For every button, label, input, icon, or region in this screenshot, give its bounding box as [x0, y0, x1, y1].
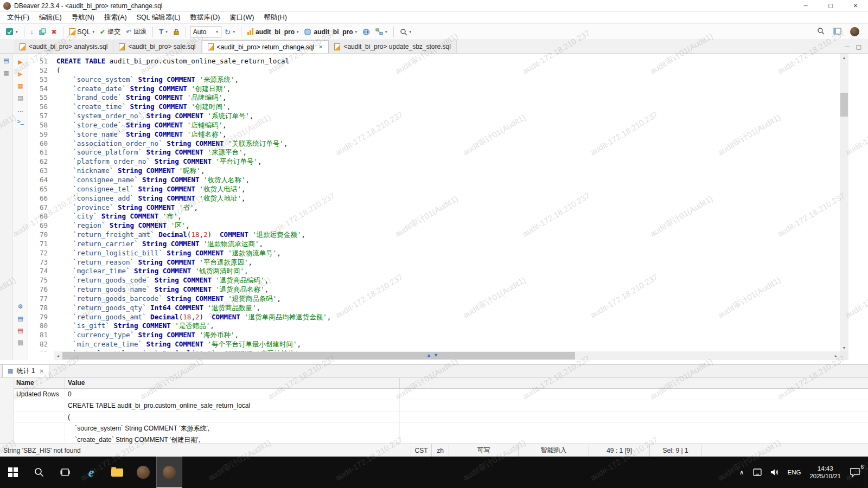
code-line[interactable]: `return_carrier` String COMMENT '退款物流承运商… [56, 240, 840, 249]
data-search-button[interactable]: ▾ [398, 27, 414, 37]
code-line[interactable]: `consignee_tel` String COMMENT '收货人电话', [56, 185, 840, 194]
save-script-icon[interactable]: ▤ [16, 314, 25, 323]
dropdown-caret-icon[interactable]: ▾ [355, 30, 358, 34]
code-line[interactable]: `return_goods_barcode` String COMMENT '退… [56, 294, 840, 304]
line-number[interactable]: 76 [28, 285, 48, 294]
status-segment[interactable]: Sel: 9 | 1 [649, 444, 701, 457]
table-row[interactable]: Updated Rows0 [0, 389, 868, 400]
taskbar-search-button[interactable] [26, 457, 52, 488]
dropdown-caret-icon[interactable]: ▾ [216, 30, 218, 34]
close-tab-icon[interactable]: ✕ [318, 44, 323, 50]
code-line[interactable]: `source_platform` String COMMENT '来源平台', [56, 148, 840, 157]
delete-script-icon[interactable]: ▤ [16, 326, 25, 335]
task-view-button[interactable] [52, 457, 78, 488]
code-line[interactable]: `platform_order_no` String COMMENT '平台订单… [56, 157, 840, 166]
line-number[interactable]: 63 [28, 166, 48, 176]
status-segment[interactable]: CST [411, 444, 431, 457]
line-number[interactable]: 51 [28, 57, 48, 66]
line-number[interactable]: 83 [28, 349, 48, 351]
editor-settings-icon[interactable]: ⚙ [16, 303, 25, 311]
line-number[interactable]: 60 [28, 139, 48, 149]
line-number[interactable]: 73 [28, 258, 48, 267]
code-line[interactable]: `association_order_no` String COMMENT '关… [56, 139, 840, 149]
editor-tab[interactable]: <audit_bi_pro> update_sbz_store.sql [329, 40, 456, 53]
code-line[interactable]: `min_create_time` String COMMENT '每个平台订单… [56, 340, 840, 349]
code-line[interactable]: `is_gift` String COMMENT '是否赠品', [56, 322, 840, 331]
sash-up-icon[interactable]: ▲ [426, 353, 431, 358]
line-number[interactable]: 65 [28, 185, 48, 194]
script-outline-icon[interactable]: ▥ [16, 338, 25, 346]
sash-down-icon[interactable]: ▼ [433, 353, 438, 358]
code-line[interactable]: `nickname` String COMMENT '昵称', [56, 166, 840, 176]
globe-button[interactable] [360, 27, 372, 37]
clock[interactable]: 14:43 2025/10/21 [805, 457, 845, 488]
volume-button[interactable] [766, 457, 783, 488]
code-line[interactable]: `create_date` String COMMENT '创建日期', [56, 85, 840, 94]
commit-button[interactable]: ✔ 提交 [98, 25, 123, 38]
toolbar-down-arrow-icon[interactable]: ↓ [28, 27, 36, 37]
tray-expand-button[interactable]: ∧ [735, 457, 748, 488]
vertical-scrollbar-thumb[interactable] [840, 93, 848, 117]
cell-name[interactable] [14, 400, 65, 411]
show-desktop-button[interactable] [865, 457, 868, 488]
cell-value[interactable]: CREATE TABLE audit_bi_pro.custom_online_… [65, 400, 400, 411]
line-number[interactable]: 80 [28, 322, 48, 331]
line-number[interactable]: 55 [28, 93, 48, 102]
editor-vertical-scrollbar[interactable]: ▲ ▼ [840, 54, 848, 351]
cell-name[interactable]: Updated Rows [14, 389, 65, 400]
projects-icon[interactable]: ▦ [2, 69, 11, 76]
column-header-value[interactable]: Value [65, 378, 400, 388]
code-line[interactable]: `source_system` String COMMENT '来源系统', [56, 75, 840, 85]
code-line[interactable]: `consignee_name` String COMMENT '收货人名称', [56, 176, 840, 185]
dropdown-caret-icon[interactable]: ▾ [165, 30, 168, 34]
code-line[interactable]: `currency_type` String COMMENT '海外币种', [56, 331, 840, 340]
code-line[interactable]: `return_reason` String COMMENT '平台退款原因', [56, 258, 840, 267]
language-indicator[interactable]: ENG [783, 457, 806, 488]
execute-statement-icon[interactable]: ▶ [16, 58, 25, 66]
line-number[interactable]: 71 [28, 240, 48, 249]
line-number[interactable]: 53 [28, 75, 48, 85]
new-sql-editor-button[interactable]: ▾ [3, 26, 20, 37]
menu-item[interactable]: 数据库(D) [185, 12, 225, 23]
line-number[interactable]: 52 [28, 66, 48, 75]
scroll-up-arrow-icon[interactable]: ▲ [840, 54, 848, 61]
toolbar-copy-icon[interactable] [37, 27, 48, 37]
table-row[interactable]: `source_system` String COMMENT '来源系统', [0, 423, 868, 434]
menu-item[interactable]: 搜索(A) [99, 12, 132, 23]
dropdown-caret-icon[interactable]: ▾ [385, 30, 387, 34]
code-line[interactable]: `create_time` String COMMENT '创建时间', [56, 102, 840, 112]
code-line[interactable]: `store_name` String COMMENT '店铺名称', [56, 130, 840, 139]
line-number[interactable]: 69 [28, 221, 48, 230]
editor-tab[interactable]: <audit_bi_pro> analysis.sql [14, 40, 113, 53]
dropdown-caret-icon[interactable]: ▾ [16, 30, 18, 34]
file-explorer-button[interactable] [104, 457, 130, 488]
scroll-down-arrow-icon[interactable]: ▼ [840, 344, 848, 351]
erd-button[interactable]: ▾ [373, 27, 390, 37]
line-number[interactable]: 75 [28, 276, 48, 285]
table-row[interactable]: CREATE TABLE audit_bi_pro.custom_online_… [0, 400, 868, 412]
window-minimize-button[interactable]: ─ [793, 0, 818, 11]
minimize-editor-icon[interactable]: ─ [845, 43, 850, 50]
code-line[interactable]: ( [56, 66, 840, 75]
line-number[interactable]: 64 [28, 176, 48, 185]
code-line[interactable]: `return_goods_code` String COMMENT '退货商品… [56, 276, 840, 285]
table-row[interactable]: ( [0, 412, 868, 423]
database-navigator-icon[interactable]: ▤ [2, 56, 11, 64]
status-segment[interactable]: zh [431, 444, 449, 457]
dbeaver-community-icon[interactable] [850, 27, 859, 36]
code-line[interactable]: `region` String COMMENT '区', [56, 221, 840, 230]
history-button[interactable]: ↻ ▾ [222, 27, 237, 37]
code-line[interactable]: `mgclear_time` String COMMENT '钱货两清时间', [56, 267, 840, 276]
scroll-right-arrow-icon[interactable]: ► [832, 351, 840, 360]
horizontal-scrollbar-thumb[interactable] [62, 352, 575, 359]
cell-value[interactable]: 0 [65, 389, 400, 400]
line-number[interactable]: 62 [28, 157, 48, 166]
table-row[interactable]: `create_date` String COMMENT '创建日期', [0, 434, 868, 444]
status-segment[interactable]: 智能插入 [518, 444, 589, 457]
toolbar-cancel-icon[interactable]: ✖ [49, 27, 59, 37]
autocommit-select[interactable]: Auto ▾ [190, 27, 221, 37]
open-console-icon[interactable]: >_ [16, 118, 25, 126]
line-number[interactable]: 77 [28, 294, 48, 304]
line-number[interactable]: 79 [28, 313, 48, 322]
cell-name[interactable] [14, 423, 65, 434]
